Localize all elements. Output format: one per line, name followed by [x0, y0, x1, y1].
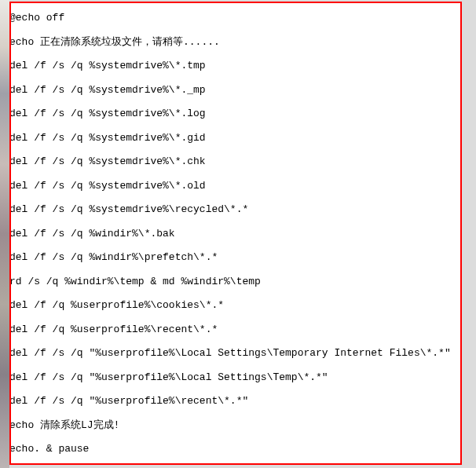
- code-line: del /f /s /q "%userprofile%\Local Settin…: [9, 366, 460, 390]
- left-decorative-strip: [0, 0, 9, 468]
- code-line: del /f /q %userprofile%\cookies\*.*: [9, 294, 460, 318]
- code-line: del /f /s /q %windir%\prefetch\*.*: [9, 246, 460, 270]
- code-line: echo. & pause: [9, 437, 460, 462]
- code-line: del /f /s /q "%userprofile%\recent\*.*": [9, 389, 460, 414]
- code-line: del /f /s /q %systemdrive%\*.log: [9, 102, 460, 126]
- code-line: del /f /s /q %systemdrive%\recycled\*.*: [9, 198, 460, 222]
- code-line: del /f /s /q %systemdrive%\*.old: [9, 174, 460, 199]
- code-line: del /f /s /q %systemdrive%\*.chk: [9, 150, 460, 174]
- code-line: del /f /s /q %windir%\*.bak: [9, 222, 460, 247]
- code-line: del /f /s /q %systemdrive%\*._mp: [9, 79, 460, 103]
- code-box: @echo off echo 正在清除系统垃圾文件，请稍等...... del …: [9, 2, 462, 465]
- code-line: echo 清除系统LJ完成!: [9, 414, 460, 438]
- code-line: del /f /s /q %systemdrive%\*.tmp: [9, 54, 460, 79]
- code-line: echo 正在清除系统垃圾文件，请稍等......: [9, 31, 460, 55]
- code-line: del /f /s /q "%userprofile%\Local Settin…: [9, 342, 460, 366]
- code-line: del /f /q %userprofile%\recent\*.*: [9, 318, 460, 342]
- code-line: del /f /s /q %systemdrive%\*.gid: [9, 126, 460, 151]
- code-line: rd /s /q %windir%\temp & md %windir%\tem…: [9, 270, 460, 294]
- code-line: @echo off: [9, 6, 460, 31]
